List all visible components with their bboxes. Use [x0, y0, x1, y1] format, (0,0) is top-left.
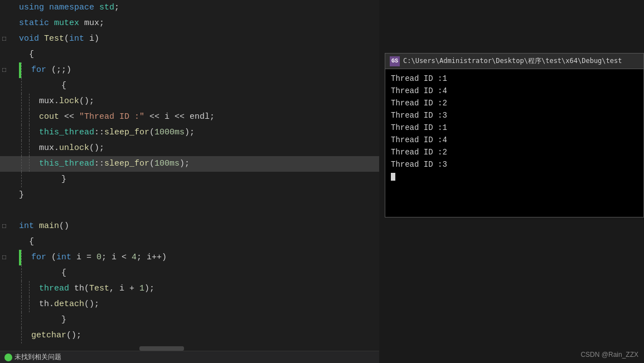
terminal-output-7: Thread ID :2 [391, 146, 638, 158]
code-text-20: th.detach(); [37, 297, 99, 312]
code-text-15: int main() [19, 219, 69, 234]
code-line-1: using namespace std; [0, 0, 379, 16]
status-item-problems: 未找到相关问题 [4, 352, 61, 362]
code-line-19: thread th(Test, i + 1); [0, 281, 379, 297]
code-text-1: using namespace std; [19, 0, 119, 16]
code-text-19: thread th(Test, i + 1); [37, 281, 154, 297]
code-line-10: mux.unlock(); [0, 141, 379, 156]
code-line-18: { [0, 265, 379, 281]
terminal-icon: GS [390, 56, 400, 66]
code-line-2: static mutex mux; [0, 16, 379, 31]
code-text-22: getchar(); [29, 328, 81, 343]
code-line-7: mux.lock(); [0, 94, 379, 109]
terminal-output-5: Thread ID :1 [391, 122, 638, 134]
code-area: using namespace std; static mutex mux; □… [0, 0, 379, 343]
fold-icon-3[interactable]: □ [2, 31, 10, 47]
code-text-6: { [29, 78, 66, 94]
code-line-20: th.detach(); [0, 297, 379, 312]
status-icon-green [4, 354, 12, 361]
code-text-12: } [29, 172, 66, 187]
code-line-22: getchar(); [0, 328, 379, 343]
code-text-7: mux.lock(); [37, 94, 94, 109]
code-line-5: □ for (;;) [0, 62, 379, 78]
code-line-9: this_thread::sleep_for(1000ms); [0, 125, 379, 141]
code-text-13: } [19, 187, 24, 203]
status-bar: 未找到相关问题 [0, 351, 379, 363]
terminal-output-8: Thread ID :3 [391, 158, 638, 171]
code-text-9: this_thread::sleep_for(1000ms); [37, 125, 195, 141]
gutter-15: □ [2, 219, 19, 234]
cursor-block [391, 173, 395, 181]
watermark: CSDN @Rain_ZZX [580, 351, 638, 359]
code-line-12: } [0, 172, 379, 187]
code-text-2: static mutex mux; [19, 16, 104, 31]
code-text-11: this_thread::sleep_for(100ms); [37, 156, 190, 172]
terminal-title: C:\Users\Administrator\Desktop\程序\test\x… [403, 56, 622, 66]
code-text-3: void Test(int i) [19, 31, 99, 47]
code-line-13: } [0, 187, 379, 203]
code-line-3: □ void Test(int i) [0, 31, 379, 47]
code-text-5: for (;;) [29, 62, 71, 78]
status-problem-text: 未找到相关问题 [14, 352, 61, 362]
terminal-output-1: Thread ID :1 [391, 72, 638, 85]
terminal-cursor-line [391, 171, 638, 183]
code-line-16: { [0, 234, 379, 250]
terminal-window: GS C:\Users\Administrator\Desktop\程序\tes… [385, 53, 644, 217]
terminal-icon-label: GS [391, 58, 398, 64]
code-line-17: □ for (int i = 0; i < 4; i++) [0, 250, 379, 265]
terminal-titlebar: GS C:\Users\Administrator\Desktop\程序\tes… [385, 54, 643, 69]
terminal-output-3: Thread ID :2 [391, 97, 638, 109]
code-text-4: { [19, 47, 34, 62]
code-text-16: { [19, 234, 34, 250]
code-line-4: { [0, 47, 379, 62]
code-line-21: } [0, 312, 379, 328]
code-editor: using namespace std; static mutex mux; □… [0, 0, 379, 357]
code-text-17: for (int i = 0; i < 4; i++) [29, 250, 167, 265]
code-line-15: □ int main() [0, 219, 379, 234]
code-text-21: } [29, 312, 66, 328]
code-line-14 [0, 203, 379, 219]
terminal-output-6: Thread ID :4 [391, 134, 638, 146]
code-text-14 [19, 203, 24, 219]
fold-icon-17[interactable]: □ [2, 250, 10, 265]
terminal-content: Thread ID :1 Thread ID :4 Thread ID :2 T… [385, 69, 643, 186]
code-line-6: { [0, 78, 379, 94]
code-line-8: cout << "Thread ID :" << i << endl; [0, 109, 379, 125]
code-text-18: { [29, 265, 66, 281]
code-text-8: cout << "Thread ID :" << i << endl; [37, 109, 215, 125]
code-text-10: mux.unlock(); [37, 141, 104, 156]
code-line-11: this_thread::sleep_for(100ms); [0, 156, 379, 172]
fold-icon-15[interactable]: □ [2, 219, 10, 234]
watermark-text: CSDN @Rain_ZZX [580, 351, 638, 359]
gutter-17: □ [2, 250, 19, 265]
gutter-3: □ [2, 31, 19, 47]
horizontal-scrollbar[interactable] [139, 346, 184, 351]
fold-icon-5[interactable]: □ [2, 62, 10, 78]
terminal-output-4: Thread ID :3 [391, 109, 638, 122]
terminal-output-2: Thread ID :4 [391, 85, 638, 97]
gutter-5: □ [2, 62, 19, 78]
